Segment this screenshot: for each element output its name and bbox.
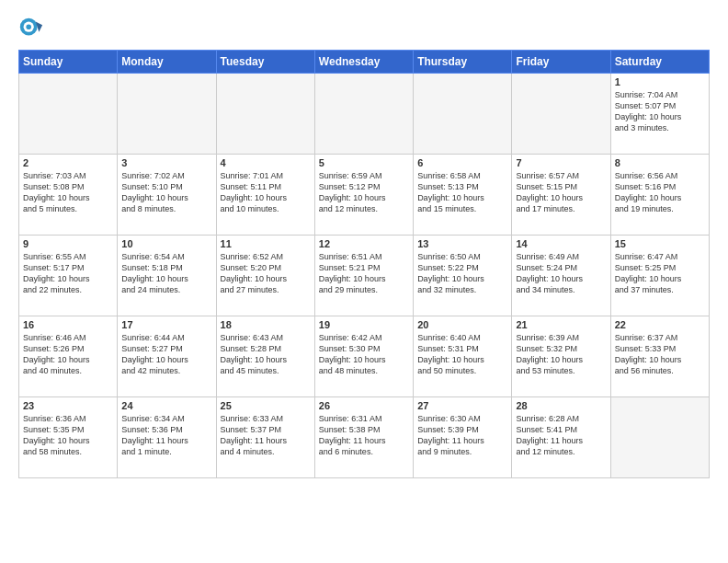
calendar-header-sunday: Sunday [19,51,118,74]
day-number: 5 [319,157,409,168]
day-number: 2 [23,157,113,168]
calendar-header-tuesday: Tuesday [216,51,314,74]
day-info: Sunrise: 6:57 AM Sunset: 5:15 PM Dayligh… [516,170,606,215]
calendar-cell [512,74,610,155]
day-info: Sunrise: 6:46 AM Sunset: 5:26 PM Dayligh… [23,332,113,377]
day-info: Sunrise: 6:58 AM Sunset: 5:13 PM Dayligh… [417,170,507,215]
day-number: 23 [23,400,113,411]
day-info: Sunrise: 6:52 AM Sunset: 5:20 PM Dayligh… [221,251,311,296]
day-info: Sunrise: 6:30 AM Sunset: 5:39 PM Dayligh… [417,413,507,458]
calendar-header-thursday: Thursday [414,51,512,74]
day-number: 27 [417,400,507,411]
calendar-cell: 8Sunrise: 6:56 AM Sunset: 5:16 PM Daylig… [610,155,709,236]
day-info: Sunrise: 7:04 AM Sunset: 5:07 PM Dayligh… [615,89,705,134]
day-number: 28 [516,400,606,411]
day-info: Sunrise: 6:40 AM Sunset: 5:31 PM Dayligh… [417,332,507,377]
calendar-cell: 22Sunrise: 6:37 AM Sunset: 5:33 PM Dayli… [610,316,709,397]
calendar-week-3: 9Sunrise: 6:55 AM Sunset: 5:17 PM Daylig… [19,236,710,316]
day-info: Sunrise: 6:47 AM Sunset: 5:25 PM Dayligh… [615,251,705,296]
calendar-header-monday: Monday [118,51,216,74]
calendar-cell: 20Sunrise: 6:40 AM Sunset: 5:31 PM Dayli… [414,316,512,397]
calendar-cell: 21Sunrise: 6:39 AM Sunset: 5:32 PM Dayli… [512,316,610,397]
calendar-cell: 3Sunrise: 7:02 AM Sunset: 5:10 PM Daylig… [118,155,216,236]
day-number: 4 [221,157,311,168]
calendar-cell: 19Sunrise: 6:42 AM Sunset: 5:30 PM Dayli… [314,316,413,397]
calendar-cell: 1Sunrise: 7:04 AM Sunset: 5:07 PM Daylig… [610,74,709,155]
day-number: 16 [23,319,113,330]
day-number: 7 [516,157,606,168]
calendar-cell [216,74,314,155]
logo-icon [18,17,44,42]
calendar-cell: 26Sunrise: 6:31 AM Sunset: 5:38 PM Dayli… [314,397,413,478]
day-info: Sunrise: 6:42 AM Sunset: 5:30 PM Dayligh… [319,332,409,377]
calendar-week-5: 23Sunrise: 6:36 AM Sunset: 5:35 PM Dayli… [19,397,710,478]
day-info: Sunrise: 6:54 AM Sunset: 5:18 PM Dayligh… [121,251,211,296]
day-info: Sunrise: 7:03 AM Sunset: 5:08 PM Dayligh… [23,170,113,215]
calendar-header-saturday: Saturday [610,51,709,74]
day-number: 10 [121,238,211,249]
calendar-cell: 5Sunrise: 6:59 AM Sunset: 5:12 PM Daylig… [314,155,413,236]
calendar-header-wednesday: Wednesday [314,51,413,74]
calendar-cell: 25Sunrise: 6:33 AM Sunset: 5:37 PM Dayli… [216,397,314,478]
day-number: 11 [221,238,311,249]
day-number: 8 [615,157,705,168]
page-header [18,17,710,42]
day-info: Sunrise: 6:31 AM Sunset: 5:38 PM Dayligh… [319,413,409,458]
day-info: Sunrise: 7:01 AM Sunset: 5:11 PM Dayligh… [221,170,311,215]
day-number: 26 [319,400,409,411]
calendar-cell: 13Sunrise: 6:50 AM Sunset: 5:22 PM Dayli… [414,236,512,316]
logo [18,17,48,42]
day-number: 1 [615,76,705,87]
svg-point-2 [26,24,31,29]
calendar-cell: 9Sunrise: 6:55 AM Sunset: 5:17 PM Daylig… [19,236,118,316]
day-number: 3 [121,157,211,168]
day-info: Sunrise: 6:50 AM Sunset: 5:22 PM Dayligh… [417,251,507,296]
calendar-cell [118,74,216,155]
calendar-cell: 2Sunrise: 7:03 AM Sunset: 5:08 PM Daylig… [19,155,118,236]
calendar-cell: 15Sunrise: 6:47 AM Sunset: 5:25 PM Dayli… [610,236,709,316]
day-number: 24 [121,400,211,411]
day-number: 18 [221,319,311,330]
calendar: SundayMondayTuesdayWednesdayThursdayFrid… [18,50,710,478]
calendar-cell: 12Sunrise: 6:51 AM Sunset: 5:21 PM Dayli… [314,236,413,316]
calendar-cell: 18Sunrise: 6:43 AM Sunset: 5:28 PM Dayli… [216,316,314,397]
day-info: Sunrise: 6:49 AM Sunset: 5:24 PM Dayligh… [516,251,606,296]
calendar-cell: 16Sunrise: 6:46 AM Sunset: 5:26 PM Dayli… [19,316,118,397]
calendar-cell: 24Sunrise: 6:34 AM Sunset: 5:36 PM Dayli… [118,397,216,478]
day-info: Sunrise: 6:36 AM Sunset: 5:35 PM Dayligh… [23,413,113,458]
calendar-week-1: 1Sunrise: 7:04 AM Sunset: 5:07 PM Daylig… [19,74,710,155]
calendar-cell: 23Sunrise: 6:36 AM Sunset: 5:35 PM Dayli… [19,397,118,478]
calendar-week-2: 2Sunrise: 7:03 AM Sunset: 5:08 PM Daylig… [19,155,710,236]
calendar-body: 1Sunrise: 7:04 AM Sunset: 5:07 PM Daylig… [19,74,710,478]
calendar-cell: 10Sunrise: 6:54 AM Sunset: 5:18 PM Dayli… [118,236,216,316]
day-number: 14 [516,238,606,249]
day-info: Sunrise: 6:51 AM Sunset: 5:21 PM Dayligh… [319,251,409,296]
calendar-header-friday: Friday [512,51,610,74]
calendar-week-4: 16Sunrise: 6:46 AM Sunset: 5:26 PM Dayli… [19,316,710,397]
day-info: Sunrise: 6:37 AM Sunset: 5:33 PM Dayligh… [615,332,705,377]
day-number: 9 [23,238,113,249]
day-info: Sunrise: 6:39 AM Sunset: 5:32 PM Dayligh… [516,332,606,377]
calendar-cell: 17Sunrise: 6:44 AM Sunset: 5:27 PM Dayli… [118,316,216,397]
day-number: 19 [319,319,409,330]
day-info: Sunrise: 6:33 AM Sunset: 5:37 PM Dayligh… [221,413,311,458]
day-info: Sunrise: 6:28 AM Sunset: 5:41 PM Dayligh… [516,413,606,458]
calendar-cell [19,74,118,155]
calendar-cell: 4Sunrise: 7:01 AM Sunset: 5:11 PM Daylig… [216,155,314,236]
day-info: Sunrise: 7:02 AM Sunset: 5:10 PM Dayligh… [121,170,211,215]
day-info: Sunrise: 6:34 AM Sunset: 5:36 PM Dayligh… [121,413,211,458]
day-number: 6 [417,157,507,168]
calendar-cell: 11Sunrise: 6:52 AM Sunset: 5:20 PM Dayli… [216,236,314,316]
day-number: 15 [615,238,705,249]
day-info: Sunrise: 6:59 AM Sunset: 5:12 PM Dayligh… [319,170,409,215]
calendar-cell: 27Sunrise: 6:30 AM Sunset: 5:39 PM Dayli… [414,397,512,478]
calendar-cell: 6Sunrise: 6:58 AM Sunset: 5:13 PM Daylig… [414,155,512,236]
day-number: 17 [121,319,211,330]
day-info: Sunrise: 6:44 AM Sunset: 5:27 PM Dayligh… [121,332,211,377]
day-info: Sunrise: 6:43 AM Sunset: 5:28 PM Dayligh… [221,332,311,377]
calendar-cell: 28Sunrise: 6:28 AM Sunset: 5:41 PM Dayli… [512,397,610,478]
day-number: 22 [615,319,705,330]
calendar-cell [314,74,413,155]
day-number: 21 [516,319,606,330]
day-number: 13 [417,238,507,249]
